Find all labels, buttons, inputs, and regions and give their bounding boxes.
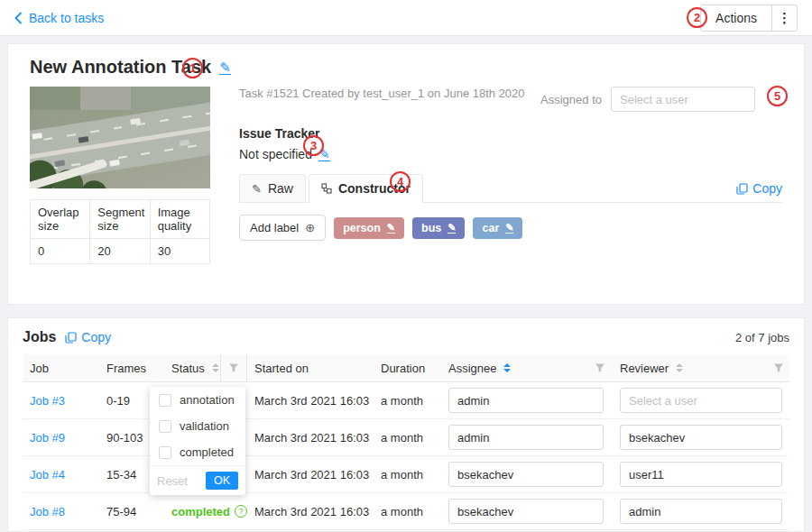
- assignee-filter-icon[interactable]: [595, 362, 605, 373]
- col-frames: Frames: [99, 362, 164, 375]
- status-sorter-icon[interactable]: [212, 363, 219, 372]
- checkbox-icon[interactable]: [159, 420, 171, 433]
- job-link[interactable]: Job #9: [23, 431, 99, 445]
- status-filter-dropdown: annotation validation completed Reset OK: [150, 387, 245, 495]
- copy-icon: [736, 183, 748, 195]
- annotation-marker-1: 1: [182, 58, 203, 78]
- copy-labels-label: Copy: [752, 181, 782, 196]
- col-started-on: Started on: [247, 362, 374, 375]
- edit-task-name-icon[interactable]: ✎: [219, 60, 231, 75]
- jobs-title: Jobs: [23, 329, 56, 345]
- question-circle-icon[interactable]: ?: [235, 505, 247, 518]
- task-preview-image: [30, 87, 210, 188]
- col-job: Job: [23, 362, 99, 375]
- table-row: Job #9 90-103 March 3rd 2021 16:03 a mon…: [23, 419, 789, 456]
- col-reviewer[interactable]: Reviewer: [613, 354, 791, 381]
- job-link[interactable]: Job #8: [23, 505, 99, 518]
- assignee-input[interactable]: [448, 425, 604, 450]
- edit-label-bus-icon[interactable]: ✎: [448, 223, 456, 234]
- chevron-left-icon: [14, 12, 23, 24]
- actions-button[interactable]: Actions ⋮: [700, 5, 798, 32]
- status-filter-icon[interactable]: [220, 354, 247, 381]
- add-label-button[interactable]: Add label ⊕: [239, 215, 326, 241]
- assigned-to-label: Assigned to: [540, 93, 602, 106]
- copy-jobs-label: Copy: [81, 330, 111, 344]
- table-row: Job #4 15-34 March 3rd 2021 16:03 a mont…: [23, 456, 789, 493]
- copy-labels-link[interactable]: Copy: [736, 181, 782, 202]
- started-cell: March 3rd 2021 16:03: [247, 394, 374, 408]
- col-assignee[interactable]: Assignee: [441, 354, 613, 381]
- annotation-marker-2: 2: [687, 7, 707, 28]
- filter-option-completed[interactable]: completed: [150, 439, 245, 465]
- table-row: Job #3 0-19 March 3rd 2021 16:03 a month: [23, 382, 789, 419]
- filter-reset-button[interactable]: Reset: [157, 474, 188, 488]
- label-chip-person-text: person: [343, 222, 381, 234]
- checkbox-icon[interactable]: [159, 394, 171, 407]
- checkbox-icon[interactable]: [159, 446, 171, 459]
- param-header-overlap: Overlap size: [31, 200, 90, 239]
- jobs-card: Jobs Copy 2 of 7 jobs Job Frames Status …: [7, 317, 805, 532]
- label-chip-person[interactable]: person ✎: [334, 217, 404, 239]
- back-to-tasks-link[interactable]: Back to tasks: [14, 11, 104, 25]
- param-header-quality: Image quality: [150, 200, 209, 239]
- duration-cell: a month: [374, 505, 441, 518]
- param-value-quality: 30: [150, 239, 209, 264]
- param-value-overlap: 0: [31, 239, 90, 264]
- assignee-input[interactable]: [448, 499, 604, 524]
- label-chip-car[interactable]: car ✎: [473, 217, 522, 239]
- assigned-to-input[interactable]: [611, 87, 755, 112]
- started-cell: March 3rd 2021 16:03: [247, 431, 374, 445]
- job-link[interactable]: Job #4: [23, 468, 99, 482]
- job-link[interactable]: Job #3: [23, 394, 99, 408]
- add-label-text: Add label: [250, 221, 299, 234]
- param-header-segment: Segment size: [90, 200, 150, 239]
- assignee-input[interactable]: [448, 388, 604, 413]
- filter-option-annotation[interactable]: annotation: [150, 387, 245, 413]
- labels-tabs-bar: ✎ Raw Constructor: [239, 174, 782, 203]
- reviewer-input[interactable]: [620, 499, 782, 524]
- label-chip-car-text: car: [482, 222, 499, 234]
- copy-jobs-link[interactable]: Copy: [65, 330, 111, 344]
- frames-cell: 75-94: [99, 505, 164, 518]
- duration-cell: a month: [374, 394, 441, 408]
- annotation-marker-3: 3: [303, 135, 324, 156]
- duration-cell: a month: [374, 431, 441, 445]
- assignee-sorter-icon[interactable]: [503, 363, 511, 372]
- col-duration: Duration: [374, 362, 441, 375]
- back-label: Back to tasks: [29, 11, 104, 25]
- edit-label-car-icon[interactable]: ✎: [505, 223, 513, 234]
- reviewer-input[interactable]: [620, 425, 782, 450]
- copy-icon: [65, 332, 77, 344]
- label-chip-bus-text: bus: [421, 222, 441, 234]
- actions-label: Actions: [701, 5, 771, 31]
- reviewer-filter-icon[interactable]: [773, 362, 784, 373]
- param-value-segment: 20: [90, 239, 150, 264]
- edit-label-person-icon[interactable]: ✎: [387, 223, 395, 234]
- annotation-marker-4: 4: [390, 171, 411, 192]
- jobs-table-header: Job Frames Status Started on Duration As…: [23, 354, 789, 382]
- task-parameters-table: Overlap size Segment size Image quality …: [30, 199, 210, 264]
- reviewer-sorter-icon[interactable]: [676, 363, 683, 372]
- annotation-marker-5: 5: [767, 86, 788, 106]
- label-chip-bus[interactable]: bus ✎: [412, 217, 465, 239]
- status-cell: completed ?: [164, 505, 247, 518]
- more-menu-icon[interactable]: ⋮: [771, 5, 797, 31]
- issue-tracker-value: Not specified: [239, 147, 312, 161]
- edit-icon: ✎: [252, 183, 262, 195]
- task-meta-text: Task #1521 Created by test_user_1 on Jun…: [239, 87, 525, 100]
- constructor-icon: [321, 183, 332, 194]
- duration-cell: a month: [374, 468, 441, 482]
- reviewer-input[interactable]: [620, 462, 782, 487]
- filter-option-validation[interactable]: validation: [150, 413, 245, 439]
- filter-ok-button[interactable]: OK: [206, 472, 238, 490]
- table-row: Job #8 75-94 completed ? March 3rd 2021 …: [23, 493, 789, 530]
- jobs-table: Job Frames Status Started on Duration As…: [23, 354, 789, 530]
- started-cell: March 3rd 2021 16:03: [247, 505, 374, 518]
- started-cell: March 3rd 2021 16:03: [247, 468, 374, 482]
- jobs-count: 2 of 7 jobs: [735, 331, 789, 344]
- tab-raw[interactable]: ✎ Raw: [239, 174, 306, 202]
- plus-circle-icon: ⊕: [305, 222, 315, 234]
- reviewer-input[interactable]: [620, 388, 782, 413]
- assignee-input[interactable]: [448, 462, 604, 487]
- col-status[interactable]: Status: [164, 354, 220, 381]
